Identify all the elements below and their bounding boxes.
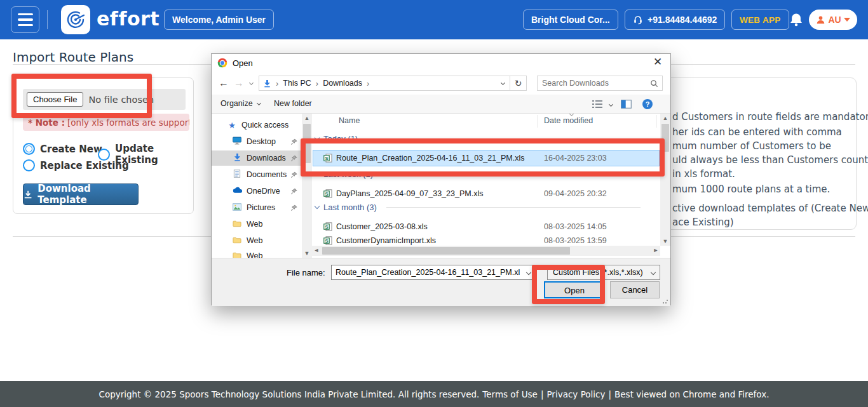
sidebar-label: OneDrive <box>247 187 280 196</box>
instruction-fragment: mum number of Customers to be <box>672 140 831 152</box>
downloads-folder-icon <box>263 79 271 88</box>
file-type-select[interactable]: Custom Files (*.xls,*.xlsx) <box>547 265 660 280</box>
sidebar-item-web-2[interactable]: Web <box>212 233 302 248</box>
column-header-name[interactable]: Name <box>339 116 360 125</box>
radio-replace-existing[interactable]: Replace Existing <box>23 159 129 171</box>
xls-file-icon: S <box>323 236 332 245</box>
scrollbar-thumb[interactable] <box>661 124 669 152</box>
scroll-left-icon[interactable]: ◄ <box>312 246 321 255</box>
radio-replace-existing-control[interactable] <box>23 159 35 171</box>
effort-logo[interactable] <box>61 5 90 34</box>
sidebar-item-web-1[interactable]: Web <box>212 217 302 232</box>
back-icon[interactable]: ← <box>217 76 231 90</box>
scroll-right-icon[interactable]: ► <box>651 246 660 255</box>
group-label: Last month (3) <box>323 203 377 212</box>
file-type-value: Custom Files (*.xls,*.xlsx) <box>553 268 643 277</box>
dialog-titlebar[interactable]: Open ✕ <box>212 54 670 72</box>
scrollbar-thumb[interactable] <box>322 247 570 255</box>
user-avatar-menu[interactable]: AU <box>809 10 857 30</box>
forward-icon[interactable]: → <box>232 76 246 90</box>
sidebar-label: Quick access <box>241 121 288 130</box>
file-date: 08-03-2025 13:59 <box>544 236 607 245</box>
resize-grip[interactable] <box>662 298 668 304</box>
file-row[interactable]: S DayPlans_2025-04-09_07_33_23_PM.xls 09… <box>313 186 659 201</box>
svg-text:S: S <box>325 191 328 197</box>
group-header-last-month[interactable]: Last month (3) <box>315 203 641 212</box>
downloads-icon <box>232 153 242 163</box>
list-scrollbar-vertical[interactable]: ▲ ▼ <box>660 114 670 246</box>
cancel-button[interactable]: Cancel <box>610 281 660 298</box>
welcome-user-badge[interactable]: Welcome, Admin User <box>164 10 274 30</box>
sidebar-item-onedrive[interactable]: OneDrive <box>212 183 302 199</box>
sidebar-label: Desktop <box>247 137 276 146</box>
sidebar-item-downloads[interactable]: Downloads <box>212 150 302 166</box>
radio-create-new[interactable]: Create New <box>23 143 102 155</box>
view-list-icon[interactable] <box>592 100 603 109</box>
choose-file-button[interactable]: Choose File <box>27 92 83 107</box>
company-selector[interactable]: Bright Cloud Cor... <box>523 10 618 30</box>
radio-create-new-control[interactable] <box>23 143 35 155</box>
search-box[interactable] <box>537 76 663 91</box>
chevron-down-icon <box>844 18 850 22</box>
address-dropdown-icon[interactable] <box>501 81 505 85</box>
instruction-fragment: mum 1000 route plans at a time. <box>672 183 830 195</box>
menu-hamburger-icon[interactable] <box>11 6 39 33</box>
scroll-down-icon[interactable]: ▼ <box>660 237 670 246</box>
new-folder-button[interactable]: New folder <box>274 99 312 108</box>
download-icon <box>24 190 32 199</box>
dialog-toolbar: Organize New folder ? <box>212 95 670 114</box>
view-chevron-icon[interactable] <box>609 102 613 107</box>
sidebar-item-pictures[interactable]: Pictures <box>212 200 302 215</box>
group-chevron-icon <box>315 135 320 140</box>
scroll-up-icon[interactable]: ▲ <box>302 114 312 123</box>
group-line <box>386 207 641 208</box>
scroll-down-icon[interactable]: ▼ <box>302 249 312 258</box>
terms-link[interactable]: Terms of Use <box>482 389 538 399</box>
help-icon[interactable]: ? <box>642 99 653 109</box>
list-scrollbar-horizontal[interactable]: ◄ ► <box>312 246 660 256</box>
support-phone-number: +91.84484.44692 <box>648 15 717 25</box>
scroll-up-icon[interactable]: ▲ <box>660 114 670 123</box>
open-button[interactable]: Open <box>544 281 605 298</box>
breadcrumb[interactable]: › This PC › Downloads › <box>259 76 510 91</box>
footer-separator: | <box>608 389 611 399</box>
sidebar-label: Pictures <box>247 203 275 212</box>
sidebar-label: Documents <box>247 170 287 179</box>
star-icon: ★ <box>227 121 237 130</box>
support-phone[interactable]: +91.84484.44692 <box>625 10 725 30</box>
radio-update-existing-control[interactable] <box>98 149 110 161</box>
search-input[interactable] <box>538 76 646 90</box>
web-app-button[interactable]: WEB APP <box>731 10 789 30</box>
close-icon[interactable]: ✕ <box>645 54 670 72</box>
download-template-button[interactable]: Download Template <box>23 183 139 205</box>
file-input[interactable]: Choose File No file chosen <box>23 89 186 110</box>
preview-pane-icon[interactable] <box>621 100 632 109</box>
file-name-input[interactable] <box>332 265 520 279</box>
search-icon[interactable] <box>650 79 658 88</box>
privacy-link[interactable]: Privacy Policy <box>546 389 605 399</box>
scrollbar-thumb[interactable] <box>303 124 311 163</box>
sidebar-scrollbar[interactable]: ▲ ▼ <box>302 114 312 258</box>
file-row-selected[interactable]: S Route_Plan_Creation_2025-04-16_11_03_2… <box>313 150 659 166</box>
file-date: 08-03-2025 14:05 <box>544 222 607 231</box>
history-chevron-icon[interactable] <box>249 81 254 85</box>
group-header-today[interactable]: Today (1) <box>315 134 641 143</box>
column-header-date[interactable]: Date modified <box>544 116 593 125</box>
notification-bell-icon[interactable] <box>789 12 804 27</box>
sidebar-item-documents[interactable]: Documents <box>212 167 302 182</box>
group-header-last-week[interactable]: Last week (1) <box>315 170 642 179</box>
pin-icon <box>290 171 297 178</box>
file-date: 16-04-2025 23:03 <box>544 154 607 163</box>
breadcrumb-downloads[interactable]: Downloads <box>323 79 362 88</box>
breadcrumb-chevron-icon: › <box>316 79 318 88</box>
file-row[interactable]: S Customer_2025-03-08.xls 08-03-2025 14:… <box>313 219 659 234</box>
sidebar-item-quick-access[interactable]: ★ Quick access <box>212 117 302 133</box>
organize-menu[interactable]: Organize <box>220 99 261 108</box>
person-icon <box>816 15 825 25</box>
file-chosen-status: No file chosen <box>88 95 154 105</box>
radio-replace-existing-label: Replace Existing <box>40 160 129 171</box>
breadcrumb-this-pc[interactable]: This PC <box>283 79 311 88</box>
file-name-combobox[interactable] <box>331 265 536 280</box>
refresh-icon[interactable]: ↻ <box>510 76 527 91</box>
sidebar-item-desktop[interactable]: Desktop <box>212 134 302 149</box>
